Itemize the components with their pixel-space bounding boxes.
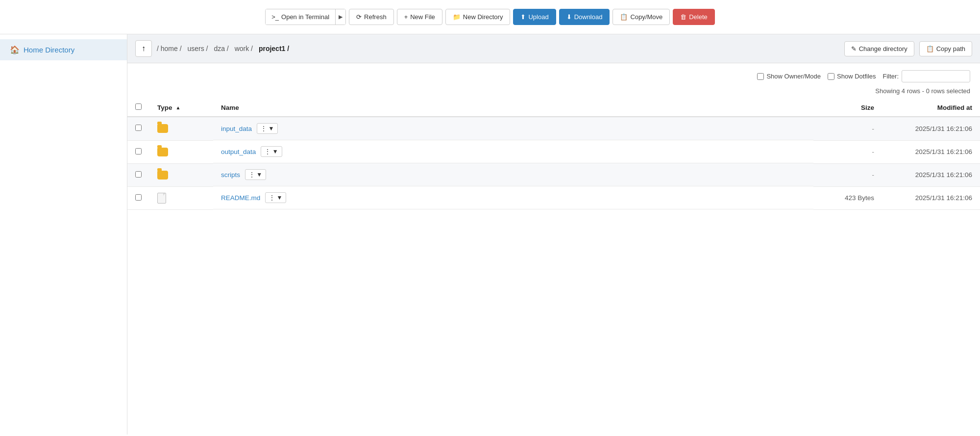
- row-checkbox[interactable]: [135, 148, 142, 154]
- row-type-cell: [149, 186, 213, 209]
- upload-icon: ⬆: [520, 13, 526, 21]
- file-name-link[interactable]: scripts: [221, 171, 240, 179]
- file-icon: [157, 193, 166, 204]
- path-up-button[interactable]: ↑: [135, 40, 152, 57]
- trash-icon: 🗑: [680, 13, 686, 21]
- path-bar: ↑ / home / users / dza / work / project1…: [127, 34, 980, 63]
- open-terminal-dropdown-arrow[interactable]: ▶: [335, 9, 345, 25]
- show-dotfiles-label[interactable]: Show Dotfiles: [828, 73, 876, 80]
- select-all-checkbox[interactable]: [135, 103, 142, 110]
- row-name-cell: scripts⋮ ▼: [213, 163, 813, 186]
- row-size-value: 423 Bytes: [845, 194, 874, 202]
- show-dotfiles-checkbox[interactable]: [828, 73, 834, 80]
- row-action-button[interactable]: ⋮ ▼: [265, 192, 286, 203]
- breadcrumb-separator-4: [255, 45, 257, 52]
- refresh-button[interactable]: ⟳ Refresh: [349, 9, 394, 25]
- row-size-cell: -: [813, 163, 882, 186]
- show-owner-mode-label[interactable]: Show Owner/Mode: [757, 73, 821, 80]
- breadcrumb-separator-1: [184, 45, 186, 52]
- download-button[interactable]: ⬇ Download: [559, 9, 610, 25]
- upload-label: Upload: [528, 13, 548, 21]
- open-terminal-label: Open in Terminal: [281, 13, 329, 21]
- row-checkbox-cell[interactable]: [127, 186, 149, 209]
- th-size[interactable]: Size: [813, 99, 882, 117]
- row-checkbox-cell[interactable]: [127, 163, 149, 186]
- row-action-button[interactable]: ⋮ ▼: [257, 123, 278, 134]
- edit-icon: ✎: [851, 45, 857, 52]
- new-directory-label: New Directory: [463, 13, 503, 21]
- breadcrumb-part-work: work /: [235, 45, 253, 52]
- table-row: scripts⋮ ▼-2025/1/31 16:21:06: [127, 163, 980, 186]
- breadcrumb-part-home: / home /: [157, 45, 182, 52]
- breadcrumb-separator-3: [231, 45, 233, 52]
- change-directory-button[interactable]: ✎ Change directory: [844, 41, 914, 56]
- filter-label-text: Filter:: [883, 73, 899, 80]
- row-size-cell: 423 Bytes: [813, 186, 882, 209]
- row-size-value: -: [872, 148, 875, 155]
- filter-input[interactable]: [902, 70, 970, 82]
- row-name-cell: README.md⋮ ▼: [213, 186, 813, 209]
- row-checkbox-cell[interactable]: [127, 117, 149, 140]
- file-name-link[interactable]: output_data: [221, 148, 256, 155]
- row-action-button[interactable]: ⋮ ▼: [245, 169, 266, 180]
- th-modified[interactable]: Modified at: [882, 99, 980, 117]
- row-checkbox-cell[interactable]: [127, 140, 149, 163]
- show-owner-mode-checkbox[interactable]: [757, 73, 764, 80]
- terminal-icon: >_: [271, 13, 279, 21]
- th-name[interactable]: Name: [213, 99, 813, 117]
- filter-input-wrap: Filter:: [883, 70, 971, 82]
- row-checkbox[interactable]: [135, 171, 142, 178]
- table-row: output_data⋮ ▼-2025/1/31 16:21:06: [127, 140, 980, 163]
- row-checkbox[interactable]: [135, 194, 142, 201]
- copy-icon: 📋: [620, 13, 628, 21]
- row-size-cell: -: [813, 140, 882, 163]
- row-size-value: -: [872, 125, 875, 132]
- file-name-link[interactable]: input_data: [221, 125, 252, 132]
- row-size-cell: -: [813, 117, 882, 140]
- upload-button[interactable]: ⬆ Upload: [513, 9, 556, 25]
- home-icon: 🏠: [10, 45, 20, 54]
- filter-bar: Show Owner/Mode Show Dotfiles Filter:: [127, 63, 980, 84]
- breadcrumb-current: project1 /: [259, 45, 289, 52]
- new-file-button[interactable]: + New File: [397, 9, 442, 25]
- folder-icon: [157, 171, 168, 180]
- breadcrumb-part-users: users /: [187, 45, 208, 52]
- th-select-all[interactable]: [127, 99, 149, 117]
- refresh-label: Refresh: [364, 13, 387, 21]
- row-name-cell: output_data⋮ ▼: [213, 140, 813, 163]
- th-type[interactable]: Type ▲: [149, 99, 213, 117]
- new-directory-button[interactable]: 📁 New Directory: [445, 9, 511, 25]
- top-toolbar: >_ Open in Terminal ▶ ⟳ Refresh + New Fi…: [0, 0, 980, 34]
- table-header-row: Type ▲ Name Size Modified at: [127, 99, 980, 117]
- show-dotfiles-text: Show Dotfiles: [837, 73, 876, 80]
- row-modified-cell: 2025/1/31 16:21:06: [882, 117, 980, 140]
- file-name-link[interactable]: README.md: [221, 194, 260, 202]
- main-content: 🏠 Home Directory ↑ / home / users / dza …: [0, 34, 980, 435]
- copy-path-button[interactable]: 📋 Copy path: [919, 41, 972, 56]
- row-name-cell: input_data⋮ ▼: [213, 117, 813, 140]
- name-header-label: Name: [221, 104, 239, 111]
- show-owner-mode-text: Show Owner/Mode: [766, 73, 821, 80]
- row-size-value: -: [872, 171, 875, 179]
- new-file-label: New File: [410, 13, 435, 21]
- copy-path-label: Copy path: [936, 45, 965, 52]
- copy-move-button[interactable]: 📋 Copy/Move: [612, 9, 670, 25]
- delete-button[interactable]: 🗑 Delete: [673, 9, 715, 25]
- row-modified-value: 2025/1/31 16:21:06: [915, 125, 972, 132]
- row-count-text: Showing 4 rows - 0 rows selected: [875, 87, 970, 95]
- sidebar: 🏠 Home Directory: [0, 34, 127, 435]
- download-label: Download: [574, 13, 603, 21]
- folder-icon: [157, 124, 168, 133]
- row-checkbox[interactable]: [135, 125, 142, 131]
- open-terminal-button[interactable]: >_ Open in Terminal: [266, 9, 335, 25]
- sidebar-item-home-directory[interactable]: 🏠 Home Directory: [0, 39, 127, 60]
- open-terminal-split-button[interactable]: >_ Open in Terminal ▶: [265, 9, 346, 25]
- folder-icon: [157, 148, 168, 156]
- table-row: input_data⋮ ▼-2025/1/31 16:21:06: [127, 117, 980, 140]
- row-modified-value: 2025/1/31 16:21:06: [915, 171, 972, 179]
- row-action-button[interactable]: ⋮ ▼: [261, 146, 282, 157]
- row-modified-value: 2025/1/31 16:21:06: [915, 194, 972, 202]
- row-modified-cell: 2025/1/31 16:21:06: [882, 186, 980, 209]
- file-panel: ↑ / home / users / dza / work / project1…: [127, 34, 980, 435]
- file-table: Type ▲ Name Size Modified at: [127, 99, 980, 210]
